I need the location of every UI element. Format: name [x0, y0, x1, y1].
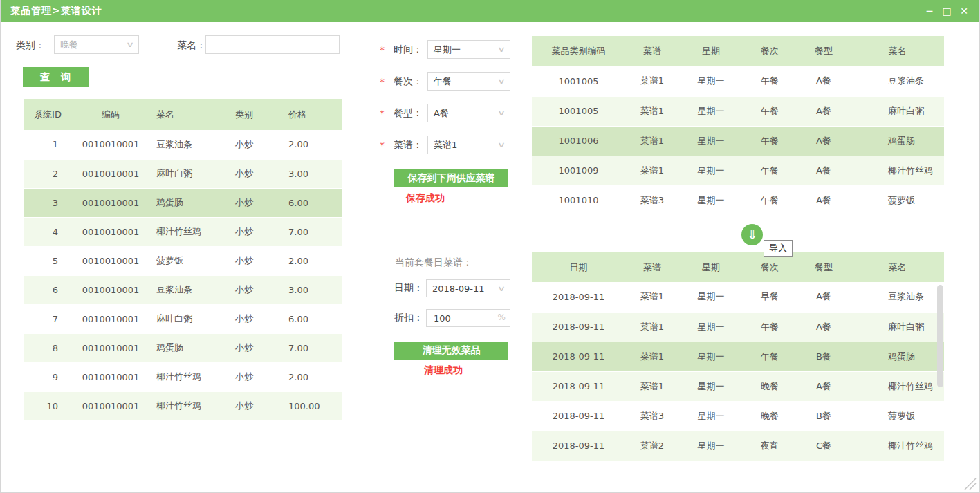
- meal-time-select[interactable]: 午餐 ∨: [427, 72, 510, 91]
- column-header: 菜名: [851, 36, 944, 66]
- table-cell: 6: [24, 275, 72, 304]
- maximize-icon[interactable]: □: [941, 0, 952, 22]
- table-cell: 1001005: [532, 66, 625, 96]
- time-select-value: 星期一: [434, 44, 461, 56]
- table-row[interactable]: 20010010001麻叶白粥小炒3.00: [24, 159, 342, 188]
- table-row[interactable]: 2018-09-11菜谱3星期一晚餐B餐菠萝饭: [532, 401, 944, 431]
- table-row[interactable]: 2018-09-11菜谱1星期一午餐A餐麻叶白粥: [532, 312, 944, 342]
- table-cell: 小炒: [231, 246, 284, 275]
- table-row[interactable]: 10010010001豆浆油条小炒2.00: [24, 130, 342, 159]
- discount-input-wrap: %: [426, 309, 510, 327]
- date-select[interactable]: 2018-09-11 ∨: [426, 279, 510, 297]
- table-cell: 麻叶白粥: [149, 159, 231, 188]
- table-cell: A餐: [797, 96, 851, 126]
- table-row[interactable]: 1001005菜谱1星期一午餐A餐麻叶白粥: [532, 96, 944, 126]
- table-cell: 星期一: [679, 431, 743, 461]
- table-row[interactable]: 60010010001豆浆油条小炒3.00: [24, 275, 342, 304]
- table-cell: 2018-09-11: [532, 401, 625, 431]
- table-cell: 早餐: [743, 282, 797, 312]
- table-cell: 0010010001: [72, 246, 149, 275]
- table-cell: 菜谱1: [625, 312, 679, 342]
- table-cell: 0010010001: [72, 362, 149, 391]
- table-row[interactable]: 50010010001菠萝饭小炒2.00: [24, 246, 342, 275]
- table-cell: 2.00: [284, 130, 342, 159]
- meal-type-field: * 餐型： A餐 ∨: [380, 104, 510, 122]
- weekly-menu-table: 菜品类别编码菜谱星期餐次餐型菜名1001005菜谱1星期一午餐A餐豆浆油条100…: [532, 36, 944, 216]
- table-row[interactable]: 2018-09-11菜谱1星期一晚餐A餐椰汁竹丝鸡: [532, 371, 944, 401]
- column-header: 菜谱: [625, 252, 679, 282]
- query-button[interactable]: 查 询: [23, 67, 89, 87]
- minimize-icon[interactable]: ─: [924, 0, 935, 22]
- table-cell: 2018-09-11: [532, 371, 625, 401]
- table-cell: 小炒: [231, 304, 284, 333]
- table-cell: 小炒: [231, 217, 284, 246]
- title-bar: 菜品管理>菜谱设计 ─ □ ✕: [1, 0, 979, 22]
- time-select[interactable]: 星期一 ∨: [427, 40, 510, 59]
- meal-type-select[interactable]: A餐 ∨: [427, 104, 510, 122]
- table-cell: 1001010: [532, 185, 625, 215]
- table-cell: 9: [24, 362, 72, 391]
- table-cell: 鸡蛋肠: [851, 342, 944, 371]
- table-header-row: 菜品类别编码菜谱星期餐次餐型菜名: [532, 36, 944, 66]
- table-row[interactable]: 2018-09-11菜谱1星期一午餐B餐鸡蛋肠: [532, 342, 944, 371]
- table-row[interactable]: 40010010001椰汁竹丝鸡小炒7.00: [24, 217, 342, 246]
- column-header: 餐型: [797, 252, 851, 282]
- table-cell: 椰汁竹丝鸡: [851, 371, 944, 401]
- dish-name-input[interactable]: [205, 35, 340, 54]
- table-row[interactable]: 80010010001鸡蛋肠小炒7.00: [24, 333, 342, 362]
- table-row[interactable]: 70010010001麻叶白粥小炒6.00: [24, 304, 342, 333]
- import-arrow-button[interactable]: ⇓: [741, 224, 763, 245]
- save-status: 保存成功: [406, 192, 445, 205]
- table-cell: 10: [24, 391, 72, 420]
- table-row[interactable]: 30010010001鸡蛋肠小炒6.00: [24, 188, 342, 217]
- table-row[interactable]: 2018-09-11菜谱1星期一早餐A餐豆浆油条: [532, 282, 944, 312]
- table-cell: 1001005: [532, 96, 625, 126]
- table-row[interactable]: 1001009菜谱1星期一午餐A餐椰汁竹丝鸡: [532, 156, 944, 185]
- table-header-row: 日期菜谱星期餐次餐型菜名: [532, 252, 944, 282]
- table-row[interactable]: 2018-09-11菜谱2星期一夜宵C餐椰汁竹丝鸡: [532, 431, 944, 461]
- menu-select[interactable]: 菜谱1 ∨: [427, 136, 510, 154]
- table-row[interactable]: 100010010001椰汁竹丝鸡小炒100.00: [24, 391, 342, 420]
- column-header: 菜谱: [625, 36, 679, 66]
- arrow-down-icon: ⇓: [747, 229, 757, 241]
- column-header: 菜名: [851, 252, 944, 282]
- chevron-down-icon: ∨: [497, 77, 506, 86]
- required-asterisk: *: [380, 44, 388, 55]
- date-label: 日期：: [393, 282, 423, 295]
- clean-invalid-dishes-button[interactable]: 清理无效菜品: [394, 342, 508, 360]
- table-cell: 8: [24, 333, 72, 362]
- table-cell: 麻叶白粥: [851, 312, 944, 342]
- table-cell: B餐: [797, 342, 851, 371]
- table-cell: 2018-09-11: [532, 282, 625, 312]
- table-cell: 菜谱1: [625, 66, 679, 96]
- table-cell: 2018-09-11: [532, 342, 625, 371]
- save-next-week-button[interactable]: 保存到下周供应菜谱: [394, 169, 508, 187]
- import-tooltip: 导入: [764, 240, 793, 257]
- time-label: 时间：: [388, 44, 423, 56]
- table-cell: 午餐: [743, 185, 797, 215]
- table-row[interactable]: 1001005菜谱1星期一午餐A餐豆浆油条: [532, 66, 944, 96]
- category-select[interactable]: 晚餐 ∨: [54, 35, 139, 54]
- table-cell: 午餐: [743, 96, 797, 126]
- close-icon[interactable]: ✕: [959, 0, 970, 22]
- category-label: 类别：: [16, 39, 45, 52]
- required-asterisk: *: [380, 140, 388, 151]
- table-row[interactable]: 1001006菜谱1星期一午餐A餐鸡蛋肠: [532, 126, 944, 156]
- time-field: * 时间： 星期一 ∨: [380, 40, 510, 59]
- table-cell: 豆浆油条: [149, 130, 231, 159]
- table-row[interactable]: 1001010菜谱3星期一午餐A餐菠萝饭: [532, 185, 944, 215]
- scrollbar-thumb[interactable]: [937, 285, 943, 387]
- resize-grip-icon[interactable]: [963, 476, 977, 490]
- meal-type-select-value: A餐: [434, 107, 449, 120]
- table-cell: 鸡蛋肠: [851, 126, 944, 156]
- column-header: 价格: [284, 99, 342, 130]
- table-cell: 菜谱2: [625, 431, 679, 461]
- table-cell: 0010010001: [72, 159, 149, 188]
- table-cell: 2.00: [284, 246, 342, 275]
- table-cell: 7.00: [284, 217, 342, 246]
- table-cell: 3.00: [284, 159, 342, 188]
- table-cell: 7: [24, 304, 72, 333]
- table-row[interactable]: 90010010001椰汁竹丝鸡小炒2.00: [24, 362, 342, 391]
- table-cell: 菜谱1: [625, 342, 679, 371]
- table-cell: 小炒: [231, 333, 284, 362]
